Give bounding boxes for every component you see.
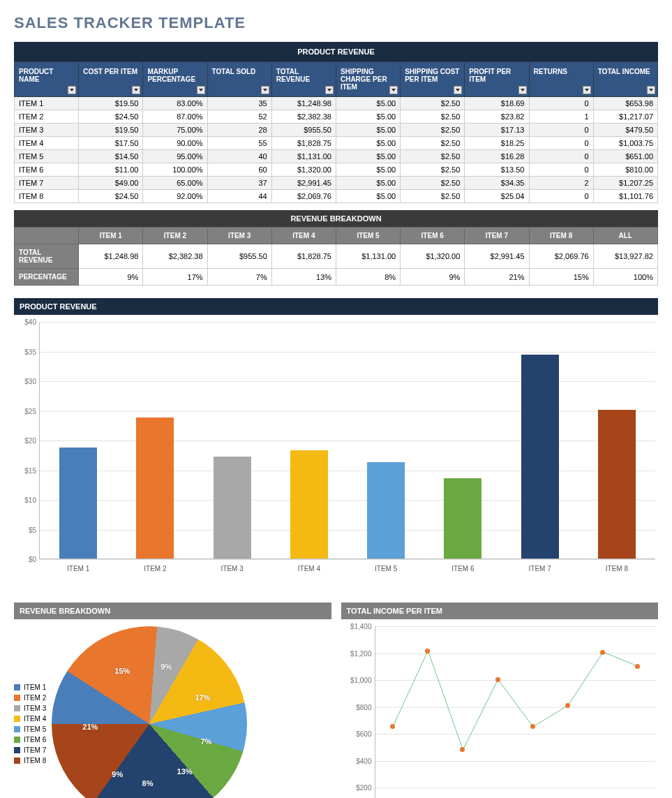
- legend-swatch: [14, 726, 20, 732]
- table-row: ITEM 6$11.00100.00%60$1,320.00$5.00$2.50…: [15, 163, 658, 177]
- col-header: ALL: [593, 228, 657, 244]
- legend-item: ITEM 3: [14, 704, 46, 712]
- cell: 52: [207, 110, 271, 124]
- cell: 90.00%: [143, 137, 207, 150]
- pie-slice-label: 8%: [142, 779, 154, 788]
- cell: $2.50: [401, 190, 465, 203]
- filter-icon[interactable]: [518, 86, 527, 94]
- filter-icon[interactable]: [454, 86, 462, 94]
- y-tick-label: $1,000: [341, 677, 372, 684]
- cell: ITEM 7: [15, 177, 79, 190]
- page-title: SALES TRACKER TEMPLATE: [14, 14, 658, 32]
- cell: $5.00: [336, 163, 400, 177]
- revenue-breakdown-header: REVENUE BREAKDOWN: [14, 210, 658, 227]
- pie-chart-title: REVENUE BREAKDOWN: [14, 603, 331, 619]
- y-tick-label: $25: [14, 407, 36, 415]
- table-row: ITEM 7$49.0065.00%37$2,991.45$5.00$2.50$…: [15, 177, 658, 190]
- cell: ITEM 2: [15, 110, 79, 124]
- cell: $17.50: [79, 137, 143, 150]
- cell: $11.00: [79, 163, 143, 177]
- pie-slice-label: 17%: [195, 693, 210, 702]
- legend-label: ITEM 2: [24, 694, 46, 702]
- product-revenue-header: PRODUCT REVENUE: [14, 42, 658, 61]
- cell: $1,248.98: [271, 97, 336, 110]
- cell: ITEM 3: [15, 124, 79, 137]
- cell: $2,382.38: [271, 110, 336, 124]
- cell: 2: [529, 177, 593, 190]
- col-header: SHIPPING COST PER ITEM: [401, 62, 465, 97]
- table-row: ITEM 1$19.5083.00%35$1,248.98$5.00$2.50$…: [15, 97, 658, 110]
- cell: $2.50: [401, 150, 465, 163]
- pie-legend: ITEM 1ITEM 2ITEM 3ITEM 4ITEM 5ITEM 6ITEM…: [14, 681, 46, 767]
- line-marker: [495, 677, 500, 682]
- cell: $5.00: [336, 190, 400, 203]
- col-header: SHIPPING CHARGE PER ITEM: [336, 62, 400, 97]
- col-header: RETURNS: [529, 62, 593, 97]
- y-tick-label: $10: [14, 496, 36, 504]
- cell: $1,248.98: [79, 244, 143, 269]
- filter-icon[interactable]: [261, 86, 269, 94]
- filter-icon[interactable]: [647, 86, 655, 94]
- cell: $2.50: [401, 110, 465, 124]
- row-header: PERCENTAGE: [15, 269, 79, 286]
- cell: 95.00%: [143, 150, 207, 163]
- col-header: MARKUP PERCENTAGE: [143, 62, 207, 97]
- x-tick-label: ITEM 8: [591, 565, 643, 572]
- legend-label: ITEM 7: [24, 746, 46, 754]
- cell: $2.50: [401, 163, 465, 177]
- cell: $479.50: [593, 124, 657, 137]
- cell: $13,927.82: [593, 244, 657, 269]
- cell: $2,382.38: [143, 244, 207, 269]
- line-chart: ITEM 1ITEM 2ITEM 3ITEM 4ITEM 5ITEM 6ITEM…: [341, 623, 659, 798]
- col-header: PRODUCT NAME: [15, 62, 79, 97]
- x-tick-label: ITEM 7: [514, 565, 566, 572]
- pie-slice-label: 21%: [82, 723, 98, 731]
- legend-label: ITEM 8: [24, 757, 46, 764]
- cell: $955.50: [207, 244, 271, 269]
- cell: ITEM 6: [15, 163, 79, 177]
- cell: 13%: [271, 269, 336, 286]
- y-tick-label: $1,400: [341, 623, 372, 630]
- filter-icon[interactable]: [583, 86, 591, 94]
- cell: $2,991.45: [465, 244, 529, 269]
- legend-label: ITEM 4: [24, 715, 46, 723]
- cell: $18.69: [465, 97, 529, 110]
- bar-chart: ITEM 1ITEM 2ITEM 3ITEM 4ITEM 5ITEM 6ITEM…: [14, 319, 658, 577]
- filter-icon[interactable]: [197, 86, 205, 94]
- table-row: ITEM 5$14.5095.00%40$1,131.00$5.00$2.50$…: [15, 150, 658, 163]
- cell: $1,828.75: [271, 244, 336, 269]
- cell: $2.50: [401, 177, 465, 190]
- y-tick-label: $40: [14, 318, 36, 326]
- y-tick-label: $30: [14, 378, 36, 385]
- cell: 37: [207, 177, 271, 190]
- cell: $24.50: [79, 190, 143, 203]
- pie-chart: ITEM 1ITEM 2ITEM 3ITEM 4ITEM 5ITEM 6ITEM…: [14, 619, 331, 798]
- cell: ITEM 4: [15, 137, 79, 150]
- legend-swatch: [14, 695, 20, 701]
- y-tick-label: $15: [14, 466, 36, 474]
- legend-label: ITEM 5: [24, 725, 46, 733]
- cell: $653.98: [593, 97, 657, 110]
- cell: 60: [207, 163, 271, 177]
- y-tick-label: $35: [14, 348, 36, 355]
- filter-icon[interactable]: [389, 86, 398, 94]
- filter-icon[interactable]: [68, 86, 76, 94]
- x-tick-label: ITEM 4: [283, 565, 335, 572]
- cell: ITEM 5: [15, 150, 79, 163]
- col-header: ITEM 7: [465, 228, 529, 244]
- filter-icon[interactable]: [132, 86, 140, 94]
- pie-slice-label: 13%: [177, 767, 193, 776]
- cell: $1,320.00: [401, 244, 465, 269]
- row-header: TOTAL REVENUE: [15, 244, 79, 269]
- cell: 83.00%: [143, 97, 207, 110]
- cell: 44: [207, 190, 271, 203]
- col-header: PROFIT PER ITEM: [465, 62, 529, 97]
- cell: $1,207.25: [593, 177, 657, 190]
- table-row: ITEM 3$19.5075.00%28$955.50$5.00$2.50$17…: [15, 124, 658, 137]
- col-header: TOTAL REVENUE: [271, 62, 336, 97]
- cell: $13.50: [465, 163, 529, 177]
- legend-swatch: [14, 747, 20, 753]
- x-tick-label: ITEM 6: [437, 565, 488, 572]
- filter-icon[interactable]: [325, 86, 334, 94]
- legend-swatch: [14, 716, 20, 722]
